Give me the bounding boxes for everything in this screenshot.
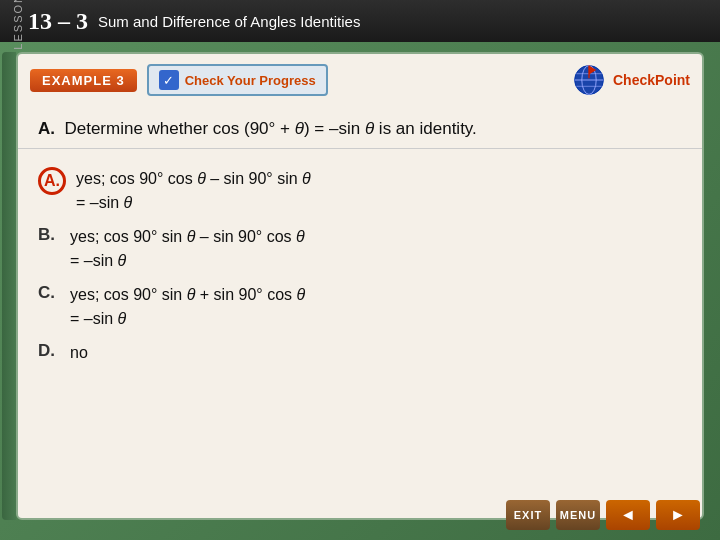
lesson-label: LESSON: [12, 0, 24, 49]
answers-area: A. yes; cos 90° cos θ – sin 90° sin θ = …: [18, 149, 702, 383]
menu-button[interactable]: MENU: [556, 500, 600, 530]
example-banner: EXAMPLE 3 ✓ Check Your Progress CheckPoi…: [18, 54, 702, 106]
answer-item-a[interactable]: A. yes; cos 90° cos θ – sin 90° sin θ = …: [38, 167, 682, 215]
exit-button[interactable]: EXIT: [506, 500, 550, 530]
checkpoint-badge: CheckPoint: [571, 62, 690, 98]
question-text: A. Determine whether cos (90° + θ) = –si…: [38, 116, 682, 142]
next-button[interactable]: ►: [656, 500, 700, 530]
answer-letter-a: A.: [38, 167, 66, 195]
answer-text-d: no: [70, 341, 88, 365]
prev-button[interactable]: ◄: [606, 500, 650, 530]
answer-letter-b: B.: [38, 225, 60, 245]
left-decoration: [2, 52, 16, 520]
lesson-number: 13 – 3: [28, 8, 88, 35]
main-card: EXAMPLE 3 ✓ Check Your Progress CheckPoi…: [16, 52, 704, 520]
header-title: Sum and Difference of Angles Identities: [98, 13, 360, 30]
checkpoint-globe-icon: [571, 62, 607, 98]
answer-item-d[interactable]: D. no: [38, 341, 682, 365]
check-icon: ✓: [159, 70, 179, 90]
check-progress-text: Check Your Progress: [185, 73, 316, 88]
example-badge: EXAMPLE 3: [30, 69, 137, 92]
checkpoint-text: CheckPoint: [613, 72, 690, 88]
question-area: A. Determine whether cos (90° + θ) = –si…: [18, 106, 702, 149]
answer-letter-d: D.: [38, 341, 60, 361]
bottom-navigation: EXIT MENU ◄ ►: [506, 500, 700, 530]
header-bar: LESSON 13 – 3 Sum and Difference of Angl…: [0, 0, 720, 42]
answer-letter-c: C.: [38, 283, 60, 303]
check-progress-button[interactable]: ✓ Check Your Progress: [147, 64, 328, 96]
answer-text-a: yes; cos 90° cos θ – sin 90° sin θ = –si…: [76, 167, 311, 215]
answer-item-b[interactable]: B. yes; cos 90° sin θ – sin 90° cos θ = …: [38, 225, 682, 273]
answer-text-b: yes; cos 90° sin θ – sin 90° cos θ = –si…: [70, 225, 305, 273]
answer-text-c: yes; cos 90° sin θ + sin 90° cos θ = –si…: [70, 283, 305, 331]
answer-item-c[interactable]: C. yes; cos 90° sin θ + sin 90° cos θ = …: [38, 283, 682, 331]
